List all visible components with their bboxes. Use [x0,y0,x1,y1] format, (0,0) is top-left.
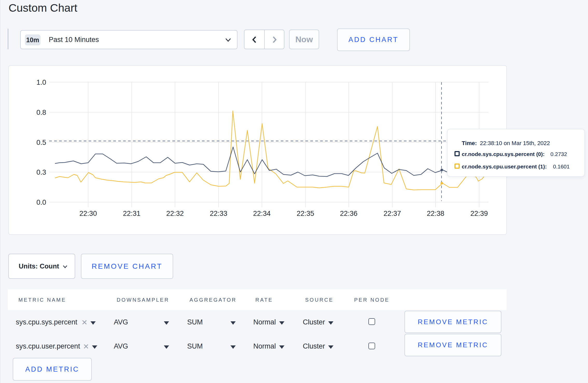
svg-text:1.0: 1.0 [36,79,46,86]
svg-text:22:39: 22:39 [470,210,488,217]
svg-text:22:37: 22:37 [383,210,401,217]
svg-text:0.5: 0.5 [36,139,46,146]
svg-text:0.0: 0.0 [36,198,46,206]
svg-text:22:32: 22:32 [166,210,184,217]
svg-text:22:34: 22:34 [253,210,271,217]
svg-text:22:38: 22:38 [427,210,444,217]
svg-text:22:35: 22:35 [297,210,314,217]
svg-text:22:36: 22:36 [340,210,358,217]
svg-text:22:33: 22:33 [210,210,227,217]
svg-text:0.8: 0.8 [36,109,46,116]
svg-text:22:31: 22:31 [123,210,141,217]
svg-text:22:30: 22:30 [79,210,97,217]
svg-text:0.3: 0.3 [36,168,46,176]
